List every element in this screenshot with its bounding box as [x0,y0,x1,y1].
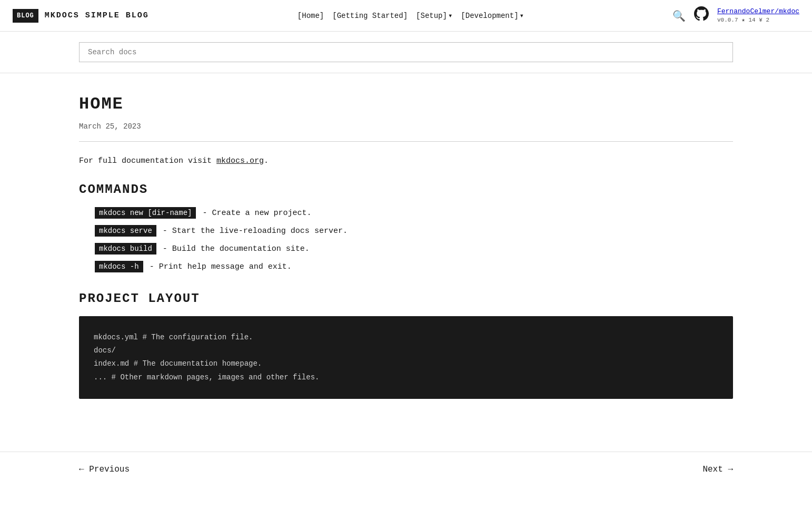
intro-text-suffix: . [264,156,269,165]
command-code-1: mkdocs new [dir-name] [95,207,196,219]
list-item: mkdocs -h - Print help message and exit. [95,261,733,272]
command-code-2: mkdocs serve [95,225,156,237]
code-line-3: index.md # The documentation homepage. [94,357,718,370]
intro-text-prefix: For full documentation visit [79,156,216,165]
navbar-center: [Home] [Getting Started] [Setup] ▾ [Deve… [294,9,527,22]
project-layout-heading: PROJECT LAYOUT [79,291,733,306]
site-title: MKDOCS SIMPLE BLOG [45,11,149,20]
page-date: March 25, 2023 [79,122,733,131]
logo-icon: BLOG [13,9,38,23]
list-item: mkdocs build - Build the documentation s… [95,243,733,254]
divider [79,141,733,142]
code-line-4: ... # Other markdown pages, images and o… [94,371,718,384]
search-bar-wrapper [0,32,812,73]
command-desc-2: - Start the live-reloading docs server. [163,227,348,236]
github-icon [694,6,709,25]
github-meta: v0.0.7 ★ 14 ¥ 2 [717,16,769,24]
code-line-2: docs/ [94,344,718,357]
list-item: mkdocs new [dir-name] - Create a new pro… [95,207,733,219]
search-icon-button[interactable]: 🔍 [672,9,686,22]
mkdocs-link[interactable]: mkdocs.org [216,156,264,165]
nav-development[interactable]: [Development] ▾ [458,9,527,22]
command-code-4: mkdocs -h [95,261,143,272]
navbar: BLOG MKDOCS SIMPLE BLOG [Home] [Getting … [0,0,812,32]
next-button[interactable]: Next → [702,465,733,474]
search-input[interactable] [79,42,733,62]
footer-nav: ← Previous Next → [0,452,812,487]
command-desc-3: - Build the documentation site. [163,244,310,253]
intro-paragraph: For full documentation visit mkdocs.org. [79,156,733,165]
nav-home[interactable]: [Home] [294,9,327,22]
github-repo-link[interactable]: FernandoCelmer/mkdoc [717,7,799,16]
commands-heading: COMMANDS [79,182,733,197]
main-content: HOME March 25, 2023 For full documentati… [0,73,812,452]
chevron-down-icon: ▾ [520,11,524,20]
command-desc-4: - Print help message and exit. [150,262,292,271]
github-info: FernandoCelmer/mkdoc v0.0.7 ★ 14 ¥ 2 [717,7,799,24]
project-layout-code-block: mkdocs.yml # The configuration file. doc… [79,316,733,399]
nav-setup[interactable]: [Setup] ▾ [413,9,455,22]
command-desc-1: - Create a new project. [202,209,311,218]
previous-button[interactable]: ← Previous [79,465,130,474]
chevron-down-icon: ▾ [448,11,452,20]
code-line-1: mkdocs.yml # The configuration file. [94,331,718,344]
page-title: HOME [79,94,733,114]
command-code-3: mkdocs build [95,243,156,254]
commands-list: mkdocs new [dir-name] - Create a new pro… [79,207,733,272]
navbar-left: BLOG MKDOCS SIMPLE BLOG [13,9,149,23]
list-item: mkdocs serve - Start the live-reloading … [95,225,733,237]
nav-getting-started[interactable]: [Getting Started] [329,9,411,22]
navbar-right: 🔍 FernandoCelmer/mkdoc v0.0.7 ★ 14 ¥ 2 [672,6,799,25]
